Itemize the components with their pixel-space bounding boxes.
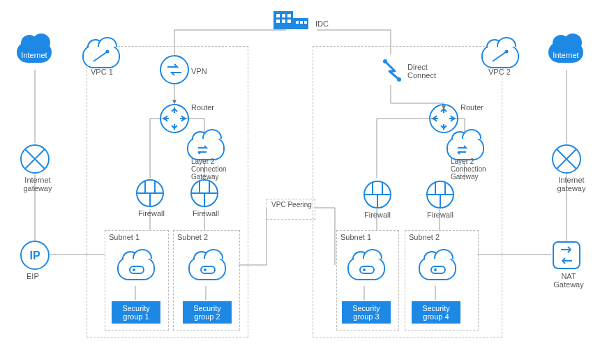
svg-rect-23 — [276, 20, 280, 23]
igw-left-label: Internet gateway — [20, 176, 56, 192]
cloud-outline-icon — [481, 45, 519, 68]
firewall1a-label: Firewall — [138, 209, 165, 218]
svg-point-72 — [363, 268, 366, 271]
vpc2-marker — [481, 45, 519, 68]
cloud-outline-icon — [447, 137, 484, 160]
subnet1a-label: Subnet 1 — [109, 233, 140, 241]
svg-point-74 — [434, 268, 437, 271]
svg-rect-27 — [300, 21, 303, 24]
instance-1b — [188, 257, 226, 280]
l2cg2-label: Layer 2 Connection Gateway — [451, 158, 486, 181]
subnet1b-label: Subnet 2 — [177, 233, 208, 241]
cloud-outline-icon — [347, 257, 385, 280]
svg-rect-25 — [287, 20, 291, 23]
instance-2a — [347, 257, 385, 280]
internet-left-label: Internet — [21, 51, 47, 59]
svg-rect-20 — [276, 14, 280, 17]
igw-right-label: Internet gateway — [553, 176, 590, 192]
svg-rect-26 — [296, 21, 299, 24]
l2cg2 — [447, 137, 484, 160]
router2-label: Router — [460, 103, 483, 112]
svg-point-42 — [160, 56, 188, 84]
eip-label: EIP — [27, 272, 39, 280]
security-group-4: Security group 4 — [412, 301, 460, 324]
cloud-outline-icon — [82, 45, 120, 68]
instance-1a — [117, 257, 155, 280]
svg-point-43 — [383, 59, 387, 63]
internet-right: Internet — [548, 42, 583, 63]
security-group-2: Security group 2 — [183, 301, 232, 324]
svg-rect-22 — [287, 14, 291, 17]
svg-rect-28 — [304, 21, 307, 24]
svg-rect-21 — [282, 14, 285, 17]
svg-rect-24 — [282, 20, 285, 23]
svg-rect-73 — [431, 266, 445, 273]
svg-rect-67 — [130, 266, 144, 273]
vpc-peering-label: VPC Peering — [268, 201, 315, 208]
instance-2b — [419, 257, 456, 280]
router1-label: Router — [191, 103, 214, 112]
firewall2a-label: Firewall — [364, 211, 391, 219]
vpn-label: VPN — [191, 67, 207, 75]
cloud-outline-icon — [188, 257, 226, 280]
router-icon — [159, 103, 190, 134]
cloud-outline-icon — [419, 257, 456, 280]
subnet2a-label: Subnet 1 — [340, 233, 371, 241]
internet-left: Internet — [17, 42, 52, 63]
vpc1-marker — [82, 45, 120, 68]
security-group-3: Security group 3 — [342, 301, 391, 324]
vpc2-label: VPC 2 — [488, 68, 511, 76]
svg-point-70 — [204, 268, 207, 271]
nat-gateway-label: NAT Gateway — [551, 272, 586, 289]
svg-rect-71 — [360, 266, 374, 273]
cloud-outline-icon — [117, 257, 155, 280]
svg-point-30 — [106, 50, 110, 54]
subnet2b-label: Subnet 2 — [409, 233, 440, 241]
idc-label: IDC — [315, 20, 329, 28]
l2cg1 — [187, 137, 225, 160]
svg-point-68 — [133, 268, 135, 271]
vpc1-label: VPC 1 — [91, 68, 113, 76]
l2cg1-label: Layer 2 Connection Gateway — [191, 158, 227, 181]
cloud-outline-icon — [187, 137, 225, 160]
svg-line-31 — [493, 52, 507, 61]
internet-right-label: Internet — [553, 51, 578, 59]
router-icon — [428, 103, 459, 134]
direct-connect-label: Direct Connect — [407, 63, 436, 79]
svg-rect-41 — [553, 242, 580, 268]
svg-text:IP: IP — [29, 250, 40, 261]
security-group-1: Security group 1 — [112, 301, 160, 324]
svg-point-44 — [397, 77, 401, 82]
svg-line-29 — [93, 52, 107, 61]
firewall1b-label: Firewall — [193, 209, 219, 218]
svg-point-32 — [505, 50, 509, 54]
firewall2b-label: Firewall — [427, 211, 453, 219]
svg-rect-69 — [201, 266, 215, 273]
